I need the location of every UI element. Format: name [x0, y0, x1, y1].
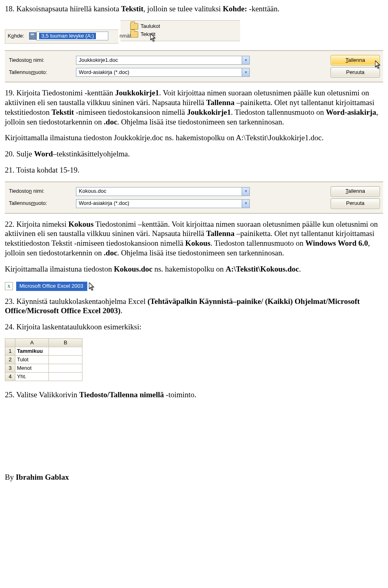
folder-tekstit[interactable]: Tekstit — [129, 30, 240, 38]
table-row: 4 Yht. — [5, 372, 82, 381]
step-23: 23. Käynnistä taulukkolaskentaohjelma Ex… — [5, 297, 383, 316]
col-header[interactable]: A — [15, 338, 49, 347]
cell[interactable] — [49, 364, 82, 372]
table-row: 1 Tammikuu — [5, 347, 82, 355]
row-header[interactable]: 3 — [5, 364, 15, 372]
row-header[interactable]: 1 — [5, 347, 15, 355]
format-label: Tallennusmuoto: — [6, 67, 73, 77]
chevron-down-icon[interactable]: ▾ — [242, 200, 249, 208]
byline: By Ibrahim Gablax — [5, 472, 383, 482]
save-button[interactable]: Tallenna — [331, 186, 380, 197]
folder-icon — [130, 23, 138, 30]
filename-label: Tiedoston nimi: — [6, 55, 73, 65]
col-header[interactable]: B — [49, 338, 82, 347]
step-21: 21. Toista kohdat 15-19. — [5, 165, 383, 175]
corner-cell[interactable] — [5, 338, 15, 347]
cell[interactable]: Tammikuu — [15, 347, 49, 355]
format-label: Tallennusmuoto: — [6, 198, 73, 208]
format-combo[interactable]: Word-asiakirja (*.doc)▾ — [76, 68, 250, 77]
chevron-down-icon[interactable]: ▾ — [242, 68, 249, 76]
path-2: Kirjoittamalla ilmaistuna tiedoston Koko… — [5, 264, 383, 274]
spreadsheet: A B 1 Tammikuu 2 Tulot 3 Menot 4 Yht. — [5, 338, 82, 381]
cell[interactable] — [49, 355, 82, 364]
cell[interactable]: Tulot — [15, 355, 49, 364]
step-22: 22. Kirjoita nimeksi Kokous Tiedostonimi… — [5, 219, 383, 258]
cell[interactable]: Menot — [15, 364, 49, 372]
floppy-icon — [29, 32, 36, 40]
cropped-text: nmät — [120, 33, 131, 39]
save-as-panel-1: Tiedoston nimi: Joukkokirje1.doc▾ Tallen… — [5, 50, 383, 82]
filename-label: Tiedoston nimi: — [6, 186, 73, 196]
cancel-button[interactable]: Peruuta — [331, 67, 380, 78]
kohde-label: Kohde: — [5, 31, 27, 41]
step-25: 25. Valitse Valikkorivin Tiedosto/Tallen… — [5, 390, 383, 400]
folder-label: Tekstit — [141, 31, 156, 38]
chevron-down-icon[interactable]: ▾ — [242, 56, 249, 64]
excel-icon: X — [5, 282, 13, 290]
cell[interactable] — [49, 347, 82, 355]
folder-label: Taulukot — [141, 23, 160, 30]
excel-menu-label: Microsoft Office Excel 2003 — [16, 282, 87, 291]
step-24: 24. Kirjoita laskentataulukkoon esimerki… — [5, 322, 383, 332]
format-combo[interactable]: Word-asiakirja (*.doc)▾ — [76, 199, 250, 208]
filename-combo[interactable]: Kokous.doc▾ — [76, 187, 250, 196]
excel-menu-item[interactable]: X Microsoft Office Excel 2003 — [5, 282, 87, 291]
cell[interactable] — [49, 372, 82, 381]
filename-combo[interactable]: Joukkokirje1.doc▾ — [76, 56, 250, 65]
kohde-panel: Kohde: 3,5 tuuman levyke (A:) — [5, 30, 118, 44]
cancel-button[interactable]: Peruuta — [331, 198, 380, 209]
cursor-icon — [89, 282, 95, 291]
step-18: 18. Kaksoisnapsauta hiirellä kansiota Te… — [5, 4, 383, 14]
save-button[interactable]: Tallenna — [331, 55, 380, 65]
save-as-panel-2: Tiedoston nimi: Kokous.doc▾ Tallenna Tal… — [5, 181, 383, 214]
path-1: Kirjoittamalla ilmaistuna tiedoston Jouk… — [5, 133, 383, 143]
cell[interactable]: Yht. — [15, 372, 49, 381]
step-20: 20. Sulje Word–tekstinkäsittelyohjelma. — [5, 149, 383, 159]
kohde-combo[interactable]: 3,5 tuuman levyke (A:) — [36, 32, 108, 40]
step-19: 19. Kirjoita Tiedostonimi -kenttään Jouk… — [5, 88, 383, 126]
table-row: 2 Tulot — [5, 355, 82, 364]
table-row: 3 Menot — [5, 364, 82, 372]
row-header[interactable]: 2 — [5, 355, 15, 364]
chevron-down-icon[interactable]: ▾ — [242, 188, 249, 196]
folder-taulukot[interactable]: Taulukot — [129, 22, 240, 30]
folders-panel: Taulukot Tekstit nmät — [120, 20, 240, 42]
row-header[interactable]: 4 — [5, 372, 15, 381]
